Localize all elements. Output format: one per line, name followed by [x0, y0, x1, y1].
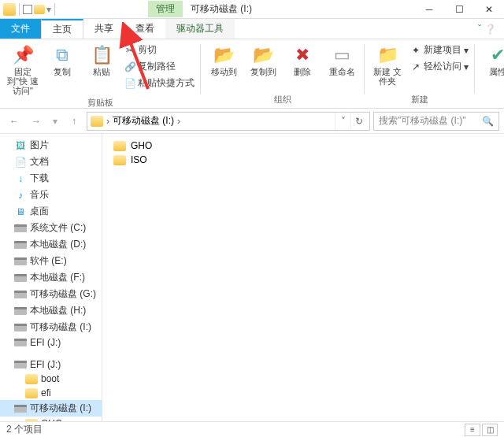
tree-item-label: 系统文件 (C:): [30, 221, 86, 235]
copy-path-button[interactable]: 🔗复制路径: [123, 59, 196, 74]
address-path: 可移动磁盘 (I:): [113, 114, 174, 128]
pin-label: 固定到"快 速访问": [6, 67, 39, 95]
new-item-icon: ✦: [410, 45, 421, 56]
rename-label: 重命名: [329, 67, 355, 76]
back-button[interactable]: ←: [5, 112, 24, 131]
home-tab[interactable]: 主页: [41, 19, 83, 39]
paste-icon: 📋: [91, 44, 113, 66]
tree-item[interactable]: boot: [0, 372, 102, 386]
file-name: ISO: [131, 154, 147, 165]
new-folder-label: 新建 文件夹: [371, 67, 404, 86]
delete-button[interactable]: ✖ 删除: [284, 43, 321, 78]
pin-quick-access-button[interactable]: 📌 固定到"快 速访问": [5, 43, 41, 97]
qat-checkbox[interactable]: [23, 5, 32, 14]
new-folder-icon: 📁: [376, 44, 398, 66]
help-icon[interactable]: ❔: [484, 24, 496, 35]
qat-separator2: [54, 3, 55, 16]
tree-item[interactable]: 📄文档: [0, 154, 102, 170]
move-to-button[interactable]: 📂 移动到: [206, 43, 242, 78]
search-box[interactable]: 搜索"可移动磁盘 (I:)" 🔍: [373, 112, 499, 131]
paste-button[interactable]: 📋 粘贴: [83, 43, 120, 78]
new-item-button[interactable]: ✦新建项目▾: [409, 43, 470, 57]
easy-access-button[interactable]: ↗轻松访问▾: [409, 59, 470, 74]
tree-item[interactable]: 可移动磁盘 (I:): [0, 400, 102, 417]
tree-item-label: 音乐: [30, 188, 49, 202]
forward-button[interactable]: →: [27, 112, 46, 131]
search-placeholder: 搜索"可移动磁盘 (I:)": [379, 114, 466, 128]
tree-item[interactable]: 可移动磁盘 (G:): [0, 286, 102, 302]
tree-item[interactable]: EFI (J:): [0, 357, 102, 372]
tree-item-label: 可移动磁盘 (I:): [30, 320, 91, 334]
recent-locations-button[interactable]: ▾: [49, 112, 61, 131]
tree-item[interactable]: 🖼图片: [0, 137, 102, 154]
open-group-label: 打开: [480, 94, 504, 106]
tree-item-label: 软件 (E:): [30, 254, 67, 268]
tree-item-label: 本地磁盘 (H:): [30, 304, 86, 317]
content-area: 🖼图片📄文档↓下载♪音乐🖥桌面系统文件 (C:)本地磁盘 (D:)软件 (E:)…: [0, 134, 504, 421]
refresh-button[interactable]: ↻: [350, 113, 366, 130]
tree-item-label: 下载: [30, 172, 49, 185]
share-tab[interactable]: 共享: [83, 19, 124, 39]
view-tab[interactable]: 查看: [124, 19, 165, 39]
tree-item[interactable]: EFI (J:): [0, 335, 102, 350]
copy-label: 复制: [54, 67, 71, 76]
clipboard-group-label: 剪贴板: [5, 97, 196, 109]
nav-tree[interactable]: 🖼图片📄文档↓下载♪音乐🖥桌面系统文件 (C:)本地磁盘 (D:)软件 (E:)…: [0, 134, 102, 421]
address-history-button[interactable]: ˅: [335, 113, 350, 130]
copy-icon: ⧉: [51, 44, 73, 66]
icons-view-button[interactable]: ◫: [482, 424, 498, 436]
tree-item[interactable]: 本地磁盘 (H:): [0, 302, 102, 319]
address-bar[interactable]: › 可移动磁盘 (I:) › ˅ ↻: [87, 112, 370, 131]
tree-item[interactable]: 软件 (E:): [0, 253, 102, 269]
cut-button[interactable]: ✂剪切: [123, 43, 196, 57]
tree-item[interactable]: 可移动磁盘 (I:): [0, 319, 102, 335]
close-button[interactable]: ✕: [474, 0, 504, 19]
minimize-button[interactable]: ─: [414, 0, 444, 19]
new-folder-button[interactable]: 📁 新建 文件夹: [369, 43, 406, 87]
tree-item-label: 本地磁盘 (D:): [30, 238, 86, 251]
tree-item[interactable]: ↓下载: [0, 170, 102, 187]
tree-item[interactable]: ♪音乐: [0, 187, 102, 203]
pin-icon: 📌: [12, 44, 34, 66]
cut-label: 剪切: [138, 43, 157, 57]
paste-shortcut-button[interactable]: 📄粘贴快捷方式: [123, 76, 196, 91]
tree-item[interactable]: 本地磁盘 (F:): [0, 269, 102, 286]
tree-item-label: 文档: [30, 155, 49, 169]
tree-item-label: 可移动磁盘 (I:): [30, 402, 91, 415]
tree-item[interactable]: efi: [0, 386, 102, 400]
tree-item-label: efi: [41, 387, 51, 398]
tree-item-label: 桌面: [30, 205, 49, 218]
ribbon-collapse-icon[interactable]: ˇ: [478, 24, 481, 35]
new-group: 📁 新建 文件夹 ✦新建项目▾ ↗轻松访问▾ 新建: [365, 39, 475, 108]
file-item[interactable]: ISO: [110, 153, 496, 167]
rename-button[interactable]: ▭ 重命名: [324, 43, 360, 78]
copy-path-label: 复制路径: [138, 60, 176, 73]
properties-button[interactable]: ✔ 属性: [480, 43, 504, 78]
qat-folder-icon: [34, 5, 45, 14]
up-button[interactable]: ↑: [65, 112, 83, 131]
qat-dropdown-icon[interactable]: ▾: [46, 4, 51, 15]
details-view-button[interactable]: ≡: [465, 424, 480, 436]
drive-tools-tab[interactable]: 驱动器工具: [165, 19, 235, 39]
copy-to-button[interactable]: 📂 复制到: [245, 43, 281, 78]
qat-separator: [19, 3, 20, 16]
address-chevron2-icon: ›: [177, 116, 180, 127]
nav-bar: ← → ▾ ↑ › 可移动磁盘 (I:) › ˅ ↻ 搜索"可移动磁盘 (I:)…: [0, 109, 504, 134]
delete-icon: ✖: [291, 44, 313, 66]
copy-button[interactable]: ⧉ 复制: [44, 43, 80, 78]
file-list[interactable]: GHOISO: [102, 134, 504, 421]
tree-item[interactable]: 系统文件 (C:): [0, 220, 102, 236]
folder-icon: [113, 155, 126, 165]
tree-item[interactable]: 本地磁盘 (D:): [0, 236, 102, 253]
paste-shortcut-icon: 📄: [124, 78, 135, 89]
tree-item-label: 本地磁盘 (F:): [30, 271, 85, 284]
tree-item-label: EFI (J:): [30, 337, 61, 348]
maximize-button[interactable]: ☐: [444, 0, 474, 19]
context-tab-manage[interactable]: 管理: [148, 1, 183, 17]
tree-item[interactable]: 🖥桌面: [0, 203, 102, 220]
new-group-label: 新建: [369, 94, 470, 106]
file-item[interactable]: GHO: [110, 139, 496, 153]
status-bar: 2 个项目 ≡ ◫: [0, 421, 504, 437]
file-tab[interactable]: 文件: [0, 19, 41, 39]
open-group: ✔ 属性 📂打开▾ ✎编辑 🕘历史记录 打开: [475, 39, 504, 108]
